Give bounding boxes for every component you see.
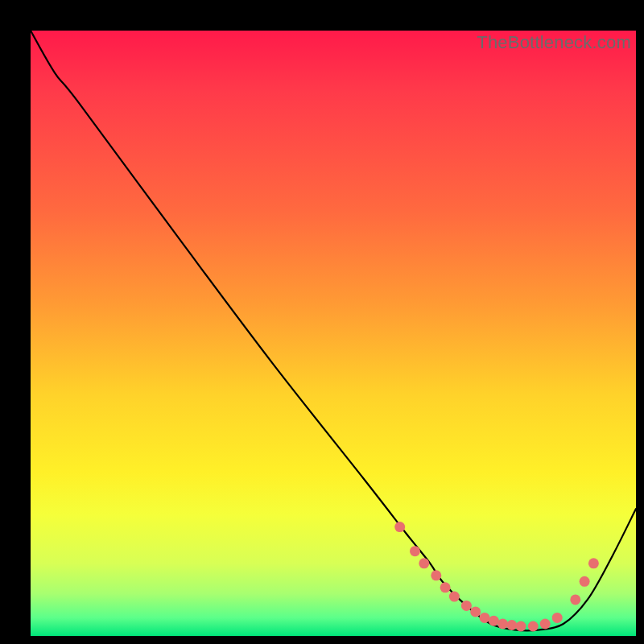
plot-area: TheBottleneck.com xyxy=(31,31,636,636)
highlight-marker xyxy=(552,613,563,623)
highlight-marker xyxy=(449,592,460,602)
highlight-marker xyxy=(570,594,580,605)
highlight-marker xyxy=(410,546,420,556)
bottleneck-curve-line xyxy=(31,31,636,630)
highlight-marker xyxy=(440,582,451,592)
highlight-marker xyxy=(540,619,551,630)
highlight-marker xyxy=(528,621,539,632)
highlight-marker xyxy=(497,619,508,630)
highlight-marker xyxy=(431,570,441,580)
outer-frame: TheBottleneck.com xyxy=(11,11,633,633)
highlight-marker xyxy=(489,616,499,626)
highlight-marker xyxy=(470,606,481,617)
highlight-markers xyxy=(394,522,599,631)
highlight-marker xyxy=(461,601,472,611)
bottleneck-chart xyxy=(31,31,636,636)
watermark-text: TheBottleneck.com xyxy=(477,32,631,53)
highlight-marker xyxy=(506,620,517,630)
highlight-marker xyxy=(480,613,490,623)
highlight-marker xyxy=(419,558,429,568)
highlight-marker xyxy=(394,522,405,532)
highlight-marker xyxy=(588,558,599,568)
highlight-marker xyxy=(516,621,526,632)
highlight-marker xyxy=(580,576,590,587)
